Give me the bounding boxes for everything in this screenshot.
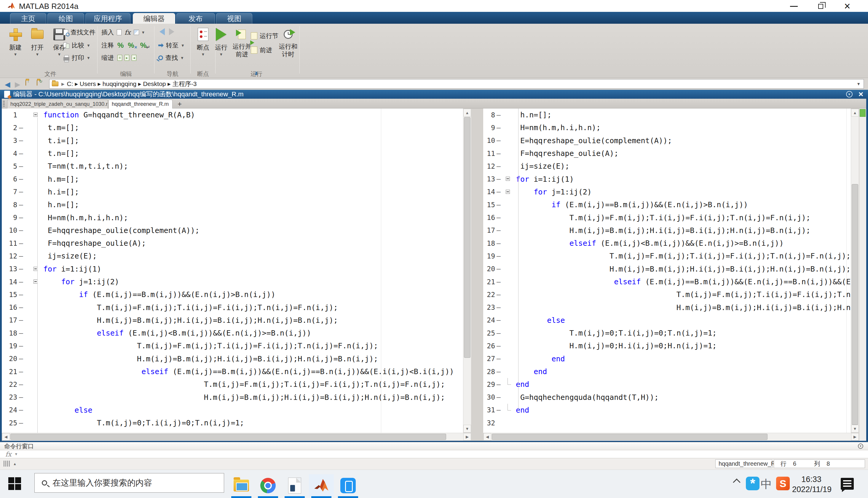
advance-button[interactable]: 前进 <box>251 45 272 54</box>
scroll-left-icon[interactable]: ◀ <box>484 433 491 441</box>
scroll-down-icon[interactable]: ▼ <box>463 425 471 432</box>
run-section-button[interactable]: 运行节 <box>251 31 278 40</box>
fx-dropdown-icon[interactable]: ▼ <box>14 452 18 456</box>
command-window-header[interactable]: 命令行窗口 ▼ <box>0 442 868 450</box>
code-line[interactable]: 18– elseif (E.m(i,j)<B.m(i,j))&&(E.n(i,j… <box>2 327 463 339</box>
scroll-left-icon[interactable]: ◀ <box>2 433 10 441</box>
forward-icon[interactable]: ▶ <box>15 80 20 89</box>
code-line[interactable]: 23– H.m(i,j)=B.m(i,j);H.i(i,j)=B.i(i,j);… <box>2 391 463 404</box>
code-line[interactable]: 8– h.n=[]; <box>483 108 851 121</box>
compare-button[interactable]: 比较▼ <box>63 41 90 50</box>
tab-home[interactable]: 主页 <box>10 13 46 24</box>
scroll-right-icon[interactable]: ▶ <box>463 433 471 441</box>
statusbar-grip[interactable] <box>3 461 11 467</box>
code-line[interactable]: 10– E=hqqreshape_oulie(complement(A)); <box>483 134 851 147</box>
editor-actions-icon[interactable]: ▼ <box>846 91 853 97</box>
breadcrumb[interactable]: ▸ C: ▸ Users ▸ huqqingqing ▸ Desktop ▸ 主… <box>49 79 864 89</box>
command-window-prompt[interactable]: fx ▼ <box>0 450 868 458</box>
new-button[interactable]: 新建▼ <box>5 27 26 57</box>
goto-button[interactable]: 转至▼ <box>158 41 185 50</box>
fx-icon[interactable]: fx <box>5 450 12 458</box>
find-files-button[interactable]: 查找文件 <box>63 28 95 37</box>
tab-apps[interactable]: 应用程序 <box>86 13 130 24</box>
code-line[interactable]: 13–for i=1:ij(1) <box>2 263 463 275</box>
scroll-thumb[interactable] <box>852 184 858 425</box>
code-line[interactable]: 5– T=nm(t.m,t.i,t.n); <box>2 160 463 172</box>
tab-plots[interactable]: 绘图 <box>48 13 84 24</box>
back-icon[interactable] <box>159 28 165 35</box>
notification-center-icon[interactable] <box>841 478 854 490</box>
editor-close-icon[interactable]: × <box>858 90 863 99</box>
scroll-up-icon[interactable]: ▲ <box>463 109 471 117</box>
code-line[interactable]: 30– G=hqqhechengquda(hqqandt(T,H)); <box>483 391 851 404</box>
taskbar-document-viewer[interactable] <box>282 474 307 497</box>
tabbar-grip[interactable] <box>3 101 5 107</box>
left-pane-hscrollbar[interactable]: ◀ ▶ <box>2 433 471 441</box>
code-analyzer-indicator[interactable] <box>860 109 866 117</box>
code-line[interactable]: 21– elseif (E.m(i,j)==B.m(i,j))&&(E.n(i,… <box>483 275 851 288</box>
code-line[interactable]: 9– H=nm(h.m,h.i,h.n); <box>483 121 851 134</box>
code-line[interactable]: 28– end <box>483 365 851 378</box>
code-line[interactable]: 10– E=hqqreshape_oulie(complement(A)); <box>2 224 463 237</box>
code-line[interactable]: 3– t.i=[]; <box>2 134 463 147</box>
nav-arrows[interactable] <box>159 27 174 36</box>
back-icon[interactable]: ◀ <box>5 80 10 89</box>
code-line[interactable]: 27– end <box>483 352 851 365</box>
code-line[interactable]: 31–end <box>483 404 851 417</box>
code-line[interactable]: 15– if (E.m(i,j)==B.m(i,j))&&(E.n(i,j)>B… <box>2 288 463 301</box>
taskbar-chrome[interactable] <box>255 474 280 497</box>
tab-hqq2022-file[interactable]: hqq2022_triple_zadeh_ou_sanqu_1030.m× <box>7 100 108 108</box>
left-pane-vscrollbar[interactable]: ▲ ▼ <box>463 108 471 433</box>
code-line[interactable]: 23– H.m(i,j)=B.m(i,j);H.i(i,j)=B.i(i,j);… <box>483 301 851 314</box>
code-line[interactable]: 12– ij=size(E); <box>2 250 463 262</box>
code-line[interactable]: 14– for j=1:ij(2) <box>2 275 463 288</box>
code-line[interactable]: 25– T.m(i,j)=0;T.i(i,j)=0;T.n(i,j)=1; <box>2 417 463 429</box>
code-line[interactable]: 2– t.m=[]; <box>2 121 463 134</box>
code-line[interactable]: 18– elseif (E.m(i,j)<B.m(i,j))&&(E.n(i,j… <box>483 237 851 250</box>
new-tab-button[interactable]: + <box>175 100 184 108</box>
code-line[interactable]: 26– H.m(i,j)=0;H.i(i,j)=0;H.n(i,j)=1; <box>2 429 463 433</box>
right-pane-vscrollbar[interactable]: ▲ ▼ <box>851 108 859 433</box>
code-line[interactable]: 19– T.m(i,j)=F.m(i,j);T.i(i,j)=F.i(i,j);… <box>483 250 851 262</box>
indent-button[interactable]: 缩进 ≡ ▸ ◂ <box>101 53 136 62</box>
taskbar-matlab[interactable] <box>309 474 334 497</box>
scroll-thumb[interactable] <box>492 434 767 440</box>
code-line[interactable]: 24– else <box>2 404 463 417</box>
forward-icon[interactable] <box>169 28 174 35</box>
code-line[interactable]: 25– T.m(i,j)=0;T.i(i,j)=0;T.n(i,j)=1; <box>483 327 851 339</box>
open-button[interactable]: 打开▼ <box>27 27 48 57</box>
find-button[interactable]: 查找▼ <box>158 53 184 62</box>
code-line[interactable]: 22– T.m(i,j)=F.m(i,j);T.i(i,j)=F.i(i,j);… <box>483 288 851 301</box>
insert-button[interactable]: 插入 fx ▼ <box>101 28 145 37</box>
scroll-up-icon[interactable]: ▲ <box>851 109 859 117</box>
run-button[interactable]: 运行▼ <box>211 27 231 57</box>
code-line[interactable]: 7– h.i=[]; <box>2 186 463 198</box>
code-line[interactable]: 17– H.m(i,j)=B.m(i,j);H.i(i,j)=B.i(i,j);… <box>483 224 851 237</box>
code-line[interactable]: 8– h.n=[]; <box>2 198 463 211</box>
up-folder-icon[interactable]: ↑ <box>26 80 26 86</box>
scroll-right-icon[interactable]: ▶ <box>851 433 859 441</box>
statusbar-expand-icon[interactable]: ▲ <box>13 462 17 466</box>
code-line[interactable]: 4– t.n=[]; <box>2 147 463 160</box>
tab-hqqandt-file[interactable]: hqqandt_threenew_R.m× <box>108 100 172 108</box>
breakpoints-button[interactable]: 断点▼ <box>193 27 213 57</box>
code-line[interactable]: 16– T.m(i,j)=F.m(i,j);T.i(i,j)=F.i(i,j);… <box>483 211 851 224</box>
restore-button[interactable] <box>812 2 829 10</box>
breadcrumb-dropdown-icon[interactable]: ▼ <box>856 81 860 86</box>
code-line[interactable]: 13–for i=1:ij(1) <box>483 172 851 185</box>
code-line[interactable]: 11– F=hqqreshape_oulie(A); <box>2 237 463 250</box>
run-and-advance-button[interactable]: 运行并前进 <box>232 27 252 58</box>
breadcrumb-path[interactable]: C: ▸ Users ▸ huqqingqing ▸ Desktop ▸ 主程序… <box>67 80 197 88</box>
code-line[interactable]: 24– else <box>483 314 851 327</box>
scroll-thumb[interactable] <box>10 434 446 440</box>
code-line[interactable]: 22– T.m(i,j)=F.m(i,j);T.i(i,j)=F.i(i,j);… <box>2 378 463 391</box>
tab-publish[interactable]: 发布 <box>176 13 215 24</box>
tab-editor[interactable]: 编辑器 <box>133 13 175 24</box>
code-line[interactable]: 6– h.m=[]; <box>2 172 463 185</box>
start-button[interactable] <box>8 477 21 490</box>
code-line[interactable]: 12– ij=size(E); <box>483 160 851 172</box>
print-button[interactable]: 打印▼ <box>63 53 90 62</box>
code-line[interactable]: 11– F=hqqreshape_oulie(A); <box>483 147 851 160</box>
taskbar-blue-phone-app[interactable] <box>336 474 360 497</box>
scroll-thumb[interactable] <box>464 117 471 358</box>
